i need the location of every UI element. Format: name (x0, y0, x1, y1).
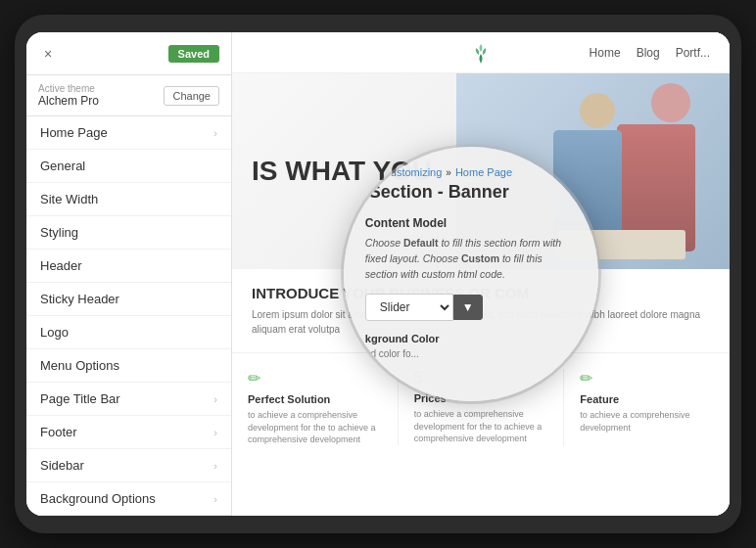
feature-item-3: ✏ Feature to achieve a comprehensive dev… (564, 369, 730, 446)
nav-label: Background Options (40, 491, 156, 506)
sidebar-nav: Home Page › General Site Width Styling H… (26, 116, 231, 516)
nav-item-sidebar[interactable]: Sidebar › (26, 449, 231, 482)
preview-section2: INTRODUCE YOUR BUSINESS OR COM Lorem ips… (232, 269, 730, 352)
nav-label: General (40, 159, 85, 173)
main-content: Home Blog Portf... IS WHAT YOU (232, 32, 730, 516)
nav-item-header[interactable]: Header (26, 250, 231, 283)
nav-item-general[interactable]: General (26, 150, 231, 183)
nav-item-logo[interactable]: Logo (26, 316, 231, 349)
content-model-select[interactable]: Slider (365, 294, 453, 321)
chevron-right-icon: › (213, 393, 217, 405)
feature-text-3: to achieve a comprehensive development (580, 409, 714, 434)
feature-title-1: Perfect Solution (248, 393, 382, 405)
nav-label: Home Page (40, 125, 108, 140)
feature-item-1: ✏ Perfect Solution to achieve a comprehe… (232, 369, 399, 446)
preview-header: Home Blog Portf... (232, 32, 730, 73)
nav-label: Sidebar (40, 458, 84, 473)
nav-item-menuoptions[interactable]: Menu Options (26, 349, 231, 383)
pencil-icon-1: ✏ (248, 369, 382, 388)
active-theme-section: Active theme Alchem Pro Change (26, 75, 231, 116)
nav-link-blog[interactable]: Blog (637, 46, 660, 60)
active-theme-label: Active theme (38, 83, 99, 94)
active-theme-name: Alchem Pro (38, 94, 99, 108)
preview-logo (466, 40, 496, 73)
feature-text-1: to achieve a comprehensive development f… (248, 409, 382, 446)
nav-label: Styling (40, 225, 78, 240)
close-button[interactable]: × (38, 44, 58, 64)
nav-item-footer[interactable]: Footer › (26, 416, 231, 449)
nav-link-portf[interactable]: Portf... (676, 46, 710, 60)
nav-item-stickyheader[interactable]: Sticky Header (26, 283, 231, 316)
preview-features: ✏ Perfect Solution to achieve a comprehe… (232, 352, 730, 462)
nav-item-pagetitlebar[interactable]: Page Title Bar › (26, 383, 231, 416)
chevron-right-icon: › (213, 460, 217, 472)
feature-text-2: to achieve a comprehensive development f… (414, 408, 548, 445)
nav-link-home[interactable]: Home (590, 46, 621, 60)
chevron-right-icon: › (213, 427, 217, 438)
website-preview: Home Blog Portf... IS WHAT YOU (232, 32, 730, 516)
hero-title: IS WHAT YOU (252, 157, 432, 187)
nav-label: Logo (40, 325, 69, 340)
nav-label: Site Width (40, 192, 98, 206)
tablet-inner: × Saved Active theme Alchem Pro Change H… (26, 32, 730, 516)
saved-badge: Saved (168, 45, 219, 63)
nav-label: Header (40, 258, 82, 273)
nav-label: Menu Options (40, 358, 119, 373)
nav-label: Page Title Bar (40, 391, 120, 406)
chevron-right-icon: › (213, 127, 217, 139)
chevron-right-icon: › (213, 493, 217, 505)
hero-text: IS WHAT YOU (252, 157, 432, 187)
nav-item-background[interactable]: Background Options › (26, 482, 231, 516)
nav-item-sitewidth[interactable]: Site Width (26, 183, 231, 216)
nav-item-homepage[interactable]: Home Page › (26, 116, 231, 150)
dollar-icon: $ (414, 369, 548, 387)
feature-title-3: Feature (580, 393, 714, 405)
section2-text: Lorem ipsum dolor sit amet, consectetuer… (252, 307, 710, 337)
feature-title-2: Prices (414, 392, 548, 404)
pencil-icon-2: ✏ (580, 369, 714, 388)
tablet-frame: × Saved Active theme Alchem Pro Change H… (15, 15, 741, 533)
nav-item-styling[interactable]: Styling (26, 216, 231, 250)
preview-hero: IS WHAT YOU (232, 73, 730, 269)
nav-label: Footer (40, 425, 77, 439)
feature-item-2: $ Prices to achieve a comprehensive deve… (399, 369, 565, 446)
sidebar: × Saved Active theme Alchem Pro Change H… (26, 32, 232, 516)
section2-title: INTRODUCE YOUR BUSINESS OR COM (252, 285, 710, 301)
sidebar-top: × Saved (26, 32, 231, 75)
nav-label: Sticky Header (40, 292, 119, 306)
change-theme-button[interactable]: Change (164, 86, 219, 106)
hero-image (456, 73, 730, 269)
